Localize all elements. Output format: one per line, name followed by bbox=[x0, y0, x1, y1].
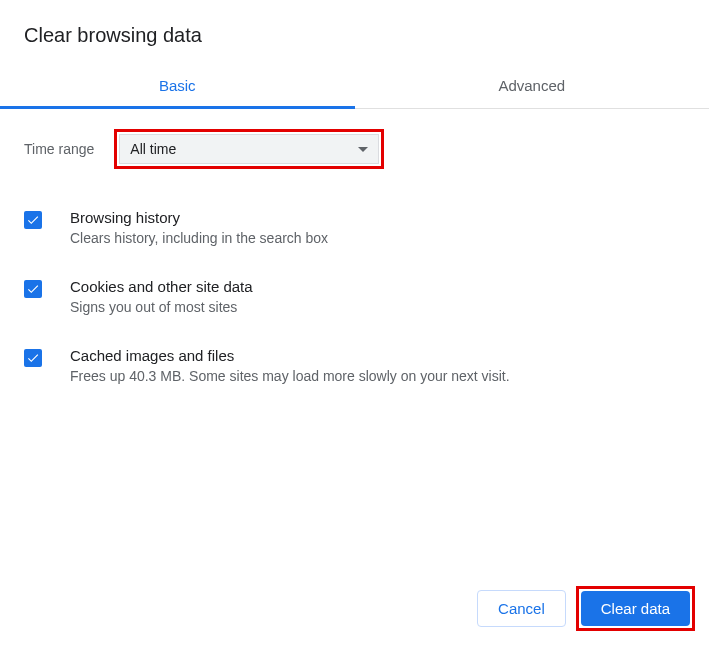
cancel-button[interactable]: Cancel bbox=[477, 590, 566, 627]
clear-data-highlight: Clear data bbox=[576, 586, 695, 631]
check-icon bbox=[26, 213, 40, 227]
tabs-container: Basic Advanced bbox=[0, 63, 709, 109]
checkbox-cache[interactable] bbox=[24, 349, 42, 367]
check-icon bbox=[26, 351, 40, 365]
checkbox-cookies[interactable] bbox=[24, 280, 42, 298]
cache-desc: Frees up 40.3 MB. Some sites may load mo… bbox=[70, 368, 685, 384]
tab-basic[interactable]: Basic bbox=[0, 63, 355, 108]
cookies-desc: Signs you out of most sites bbox=[70, 299, 685, 315]
checkbox-browsing-history[interactable] bbox=[24, 211, 42, 229]
browsing-history-title: Browsing history bbox=[70, 209, 685, 226]
time-range-label: Time range bbox=[24, 141, 94, 157]
browsing-history-desc: Clears history, including in the search … bbox=[70, 230, 685, 246]
dialog-title: Clear browsing data bbox=[24, 24, 685, 47]
cookies-title: Cookies and other site data bbox=[70, 278, 685, 295]
time-range-value: All time bbox=[130, 141, 176, 157]
time-range-dropdown[interactable]: All time bbox=[119, 134, 379, 164]
time-range-highlight: All time bbox=[114, 129, 384, 169]
cache-title: Cached images and files bbox=[70, 347, 685, 364]
check-icon bbox=[26, 282, 40, 296]
clear-data-button[interactable]: Clear data bbox=[581, 591, 690, 626]
tab-advanced[interactable]: Advanced bbox=[355, 63, 710, 108]
chevron-down-icon bbox=[358, 147, 368, 152]
